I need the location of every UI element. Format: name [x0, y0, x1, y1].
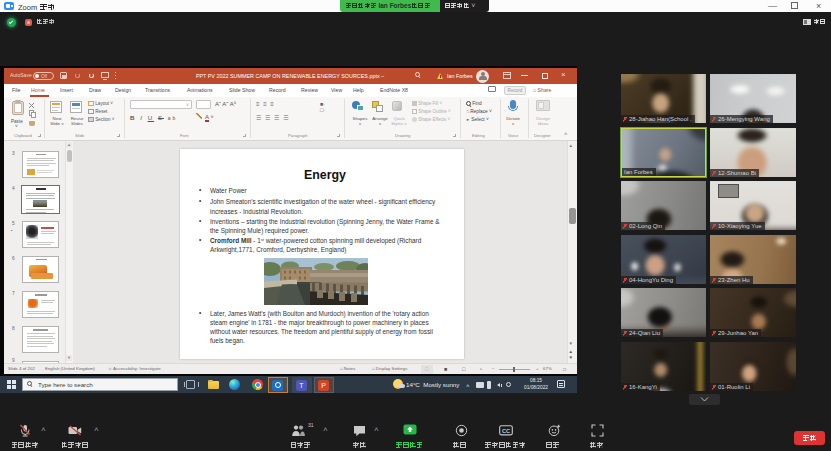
svg-text:CC: CC — [502, 428, 510, 434]
